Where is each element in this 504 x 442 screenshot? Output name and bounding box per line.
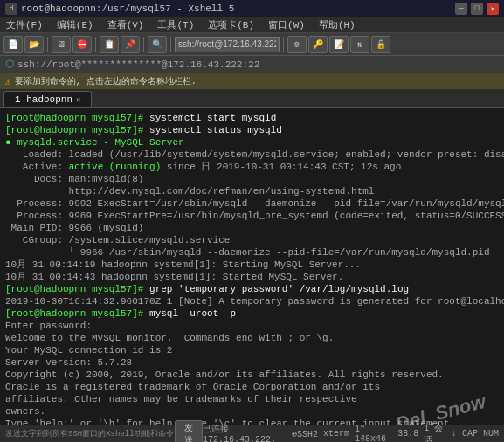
notif-icon: ⚠ xyxy=(5,76,11,87)
status-ssh2: ⊕SSH2 xyxy=(292,429,318,439)
toolbar-sep3 xyxy=(143,37,144,52)
term-line: http://dev.mysql.com/doc/refman/en/using… xyxy=(5,185,499,197)
menu-bar: 文件(F) 编辑(E) 查看(V) 工具(T) 选项卡(B) 窗口(W) 帮助(… xyxy=(0,17,504,33)
toolbar-key[interactable]: 🔑 xyxy=(308,36,328,53)
toolbar-disconnect[interactable]: ⛔ xyxy=(72,36,92,53)
term-line: Active: active (running) since 日 2019-10… xyxy=(5,161,499,173)
toolbar-connect[interactable]: 🖥 xyxy=(52,36,71,53)
status-sessions: 1 会话 xyxy=(424,422,446,443)
download-icon: ↓ xyxy=(452,429,457,439)
term-line: Docs: man:mysqld(8) xyxy=(5,173,499,185)
toolbar-copy[interactable]: 📋 xyxy=(100,36,119,53)
title-bar: H root@hadoopnn:/usr/mysql57 - Xshell 5 … xyxy=(0,0,504,17)
tab-bar: 1 hadoopnn ✕ xyxy=(0,89,504,108)
term-line: Your MySQL connection id is 2 xyxy=(5,344,499,356)
status-right: 已连接 172.16.43.222. ⊕SSH2 xterm 1" 148x46… xyxy=(203,422,499,443)
app-icon: H xyxy=(5,3,17,15)
term-line: [root@hadoopnn mysql57]# grep 'temporary… xyxy=(5,283,499,295)
tab-label: 1 hadoopnn xyxy=(15,94,72,105)
menu-file[interactable]: 文件(F) xyxy=(3,17,45,32)
status-caps: CAP xyxy=(462,429,478,439)
term-line: [root@hadoopnn mysql57]# mysql -uroot -p xyxy=(5,307,499,320)
toolbar-lock[interactable]: 🔒 xyxy=(371,36,390,53)
terminal[interactable]: [root@hadoopnn mysql57]# systemctl start… xyxy=(0,108,504,442)
toolbar-sep1 xyxy=(47,37,48,52)
term-line: Process: 9992 ExecStart=/usr/sbin/mysqld… xyxy=(5,197,499,210)
toolbar-transfer[interactable]: ⇅ xyxy=(350,36,369,53)
term-line: owners. xyxy=(5,405,499,418)
term-line: Copyright (c) 2000, 2019, Oracle and/or … xyxy=(5,369,499,381)
toolbar-sep2 xyxy=(95,37,96,52)
menu-help[interactable]: 帮助(H) xyxy=(316,17,358,32)
toolbar-sep5 xyxy=(283,37,284,52)
term-line: CGroup: /system.slice/mysqld.service xyxy=(5,234,499,246)
term-line: 2019-10-30T16:14:32.960170Z 1 [Note] A t… xyxy=(5,295,499,307)
term-line: 10月 31 00:14:19 hadoopnn systemd[1]: Sta… xyxy=(5,259,499,271)
menu-edit[interactable]: 编辑(E) xyxy=(54,17,96,32)
term-line: └─9966 /usr/sbin/mysqld --daemonize --pi… xyxy=(5,246,499,259)
term-line: Main PID: 9966 (mysqld) xyxy=(5,222,499,234)
toolbar: 📄 📂 🖥 ⛔ 📋 📌 🔍 ⚙ 🔑 📝 ⇅ 🔒 xyxy=(0,33,504,56)
status-zoom: 38.8 xyxy=(397,429,418,439)
menu-view[interactable]: 查看(V) xyxy=(105,17,147,32)
toolbar-open[interactable]: 📂 xyxy=(24,36,44,53)
status-size: 1" 148x46 xyxy=(355,425,392,443)
term-line: [root@hadoopnn mysql57]# systemctl start… xyxy=(5,112,499,124)
status-bar: 发送文字到到所有SSH窗口的Xshell功能和命令链接 发送 已连接 172.1… xyxy=(0,425,504,442)
term-line: 10月 31 00:14:43 hadoopnn systemd[1]: Sta… xyxy=(5,271,499,283)
toolbar-sep4 xyxy=(170,37,171,52)
term-line: affiliates. Other names may be trademark… xyxy=(5,393,499,405)
notif-text: 要添加到命令的, 点击左边的命令名称地栏栏. xyxy=(15,75,197,87)
term-line: Welcome to the MySQL monitor. Commands e… xyxy=(5,332,499,344)
minimize-button[interactable]: ─ xyxy=(455,3,467,15)
term-line: [root@hadoopnn mysql57]# systemctl statu… xyxy=(5,124,499,136)
send-button[interactable]: 发送 xyxy=(175,420,203,443)
menu-window[interactable]: 窗口(W) xyxy=(266,17,307,32)
term-line: Oracle is a registered trademark of Orac… xyxy=(5,381,499,393)
ssh-input[interactable] xyxy=(175,37,280,52)
ssh-icon: ⬡ xyxy=(5,58,14,71)
close-button[interactable]: ✕ xyxy=(487,3,499,15)
tab-hadoopnn[interactable]: 1 hadoopnn ✕ xyxy=(3,91,92,107)
term-line: ● mysqld.service - MySQL Server xyxy=(5,136,499,148)
status-xterm: xterm xyxy=(323,429,349,439)
maximize-button[interactable]: □ xyxy=(471,3,483,15)
toolbar-settings[interactable]: ⚙ xyxy=(287,36,307,53)
term-line: Loaded: loaded (/usr/lib/systemd/system/… xyxy=(5,148,499,161)
menu-tools[interactable]: 工具(T) xyxy=(155,17,197,32)
term-line: Process: 9969 ExecStartPre=/usr/bin/mysq… xyxy=(5,210,499,222)
status-left: 发送文字到到所有SSH窗口的Xshell功能和命令链接 发送 xyxy=(5,420,203,443)
status-send-label: 发送文字到到所有SSH窗口的Xshell功能和命令链接 xyxy=(5,428,173,439)
ssh-bar: ⬡ ssh://root@**************@172.16.43.22… xyxy=(0,56,504,73)
window-title: root@hadoopnn:/usr/mysql57 - Xshell 5 xyxy=(21,3,234,14)
toolbar-script[interactable]: 📝 xyxy=(329,36,349,53)
status-num: NUM xyxy=(483,429,499,439)
term-line: Enter password: xyxy=(5,320,499,332)
window-controls: ─ □ ✕ xyxy=(455,3,499,15)
term-line: Server version: 5.7.28 xyxy=(5,356,499,369)
menu-tabs[interactable]: 选项卡(B) xyxy=(205,17,257,32)
status-time: 已连接 172.16.43.222. xyxy=(203,423,287,442)
toolbar-paste[interactable]: 📌 xyxy=(121,36,140,53)
ssh-address: ssh://root@**************@172.16.43.222:… xyxy=(17,59,259,70)
tab-close-icon[interactable]: ✕ xyxy=(76,95,80,105)
notif-bar: ⚠ 要添加到命令的, 点击左边的命令名称地栏栏. xyxy=(0,73,504,89)
toolbar-find[interactable]: 🔍 xyxy=(148,36,167,53)
toolbar-new[interactable]: 📄 xyxy=(3,36,23,53)
